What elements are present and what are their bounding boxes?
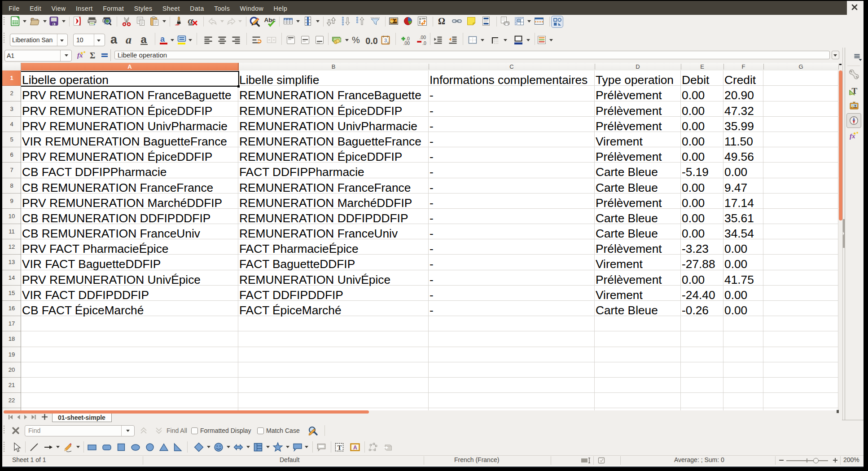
svg-text:a: a	[126, 35, 132, 45]
svg-text:A: A	[353, 445, 357, 451]
svg-text:0.0: 0.0	[365, 36, 377, 46]
svg-text:Ω: Ω	[438, 16, 445, 26]
svg-text:3: 3	[384, 38, 387, 43]
svg-text:.00: .00	[403, 41, 410, 46]
svg-text:T: T	[338, 444, 342, 451]
svg-text:Σ: Σ	[90, 51, 95, 60]
svg-text:a: a	[110, 35, 118, 45]
svg-text:a: a	[160, 35, 165, 44]
svg-text:.00: .00	[420, 35, 426, 40]
svg-text:.0: .0	[422, 41, 426, 46]
svg-text:%: %	[352, 35, 360, 45]
svg-text:a: a	[141, 35, 147, 45]
